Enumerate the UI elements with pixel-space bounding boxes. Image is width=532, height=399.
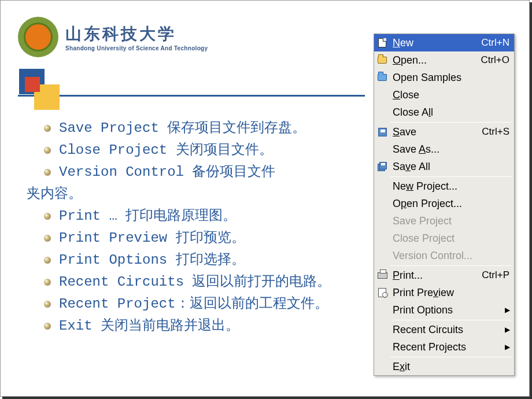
content-item: Version Control 备份项目文件 xyxy=(44,163,359,182)
ic-saveall-icon xyxy=(374,158,390,175)
menu-item-label: Save Project xyxy=(390,215,514,227)
content-item: Recent Project：返回以前的工程文件。 xyxy=(44,295,359,313)
ic-save-icon xyxy=(374,123,390,141)
content-item-text: Exit 关闭当前电路并退出。 xyxy=(59,317,359,335)
menu-item-label: Print Preview xyxy=(390,287,514,299)
menu-item-print-options[interactable]: Print Options▶ xyxy=(374,301,514,319)
menu-item-label: New xyxy=(390,37,481,49)
menu-item-print-preview[interactable]: Print Preview xyxy=(374,284,514,301)
menu-item-label: Recent Circuits xyxy=(390,324,505,336)
menu-item-label: Close xyxy=(390,89,514,101)
ic-preview-icon xyxy=(374,284,390,301)
content-item-text: Print … 打印电路原理图。 xyxy=(59,207,359,226)
content-item-text: Recent Circuits 返回以前打开的电路。 xyxy=(59,273,359,291)
slide: 山东科技大学 Shandong University of Science An… xyxy=(0,0,530,397)
ic-open-blue-icon xyxy=(374,69,390,86)
menu-item-label: New Project... xyxy=(390,180,514,193)
submenu-arrow-icon: ▶ xyxy=(505,343,514,351)
submenu-arrow-icon: ▶ xyxy=(505,326,514,334)
blank-icon xyxy=(374,338,390,356)
menu-item-close[interactable]: Close xyxy=(374,86,514,104)
content-item-text: Print Preview 打印预览。 xyxy=(59,229,359,247)
university-name-cn: 山东科技大学 xyxy=(65,23,208,45)
menu-item-label: Close All xyxy=(390,106,514,119)
blank-icon xyxy=(374,195,390,212)
menu-item-close-project: Close Project xyxy=(374,230,514,247)
content-item-text: Save Project 保存项目文件到存盘。 xyxy=(59,119,359,138)
content-list: Save Project 保存项目文件到存盘。Close Project 关闭项… xyxy=(44,119,359,339)
content-item: Print … 打印电路原理图。 xyxy=(44,207,359,226)
menu-item-label: Version Control... xyxy=(390,250,514,262)
bullet-icon xyxy=(44,323,51,330)
menu-item-new[interactable]: NewCtrl+N xyxy=(374,34,514,51)
menu-item-label: Print Options xyxy=(390,304,505,316)
content-item: Print Options 打印选择。 xyxy=(44,251,359,269)
menu-item-save-as[interactable]: Save As... xyxy=(374,141,514,158)
menu-item-open[interactable]: Open...Ctrl+O xyxy=(374,51,514,69)
menu-item-new-project[interactable]: New Project... xyxy=(374,178,514,195)
menu-item-label: Open Samples xyxy=(390,72,514,84)
blank-icon xyxy=(374,178,390,195)
menu-item-label: Exit xyxy=(390,361,514,373)
blank-icon xyxy=(374,301,390,319)
blank-icon xyxy=(374,86,390,104)
menu-item-recent-circuits[interactable]: Recent Circuits▶ xyxy=(374,321,514,338)
university-emblem-icon xyxy=(18,17,58,57)
menu-item-save-all[interactable]: Save All xyxy=(374,158,514,175)
content-item-text: Close Project 关闭项目文件。 xyxy=(59,141,359,160)
file-menu: NewCtrl+NOpen...Ctrl+OOpen SamplesCloseC… xyxy=(374,34,515,376)
ic-print-icon xyxy=(374,267,390,284)
content-item-text: Version Control 备份项目文件 xyxy=(59,163,359,182)
bullet-icon xyxy=(44,147,51,154)
content-item: Print Preview 打印预览。 xyxy=(44,229,359,247)
bullet-icon xyxy=(44,257,51,264)
blank-icon xyxy=(374,247,390,264)
menu-item-label: Open Project... xyxy=(390,198,514,210)
menu-item-label: Recent Projects xyxy=(390,341,505,353)
menu-item-version-control: Version Control... xyxy=(374,247,514,264)
blank-icon xyxy=(374,212,390,230)
submenu-arrow-icon: ▶ xyxy=(505,306,514,314)
bullet-icon xyxy=(44,279,51,286)
menu-item-save-project: Save Project xyxy=(374,212,514,230)
menu-item-label: Save All xyxy=(390,161,514,173)
bullet-icon xyxy=(44,213,51,220)
bullet-icon xyxy=(44,235,51,242)
menu-item-label: Print... xyxy=(390,269,482,282)
content-item-text: Recent Project：返回以前的工程文件。 xyxy=(59,295,359,313)
content-item-wrap: 夹内容。 xyxy=(27,185,359,204)
blank-icon xyxy=(374,321,390,338)
bullet-icon xyxy=(44,169,51,176)
menu-shortcut: Ctrl+P xyxy=(482,269,514,281)
content-item: Recent Circuits 返回以前打开的电路。 xyxy=(44,273,359,291)
logo-area: 山东科技大学 Shandong University of Science An… xyxy=(18,17,208,57)
deco-square-red xyxy=(25,77,40,92)
blank-icon xyxy=(374,141,390,158)
content-item: Exit 关闭当前电路并退出。 xyxy=(44,317,359,335)
bullet-icon xyxy=(44,301,51,308)
menu-shortcut: Ctrl+O xyxy=(481,54,514,66)
bullet-icon xyxy=(44,125,51,132)
blank-icon xyxy=(374,230,390,247)
content-item: Save Project 保存项目文件到存盘。 xyxy=(44,119,359,138)
menu-item-label: Save xyxy=(390,126,482,138)
menu-item-label: Save As... xyxy=(390,143,514,156)
menu-item-recent-projects[interactable]: Recent Projects▶ xyxy=(374,338,514,356)
ic-open-icon xyxy=(374,51,390,69)
menu-item-label: Open... xyxy=(390,54,481,66)
content-item: Close Project 关闭项目文件。 xyxy=(44,141,359,160)
ic-new-icon xyxy=(374,34,390,51)
blank-icon xyxy=(374,104,390,121)
menu-item-close-all[interactable]: Close All xyxy=(374,104,514,121)
menu-item-open-samples[interactable]: Open Samples xyxy=(374,69,514,86)
university-name-en: Shandong University of Science And Techn… xyxy=(65,45,208,51)
menu-item-label: Close Project xyxy=(390,232,514,245)
menu-item-print[interactable]: Print...Ctrl+P xyxy=(374,267,514,284)
menu-shortcut: Ctrl+N xyxy=(481,37,514,49)
deco-hline xyxy=(18,95,365,97)
menu-shortcut: Ctrl+S xyxy=(482,126,514,138)
menu-item-exit[interactable]: Exit xyxy=(374,358,514,375)
menu-item-save[interactable]: SaveCtrl+S xyxy=(374,123,514,141)
menu-item-open-project[interactable]: Open Project... xyxy=(374,195,514,212)
blank-icon xyxy=(374,358,390,375)
